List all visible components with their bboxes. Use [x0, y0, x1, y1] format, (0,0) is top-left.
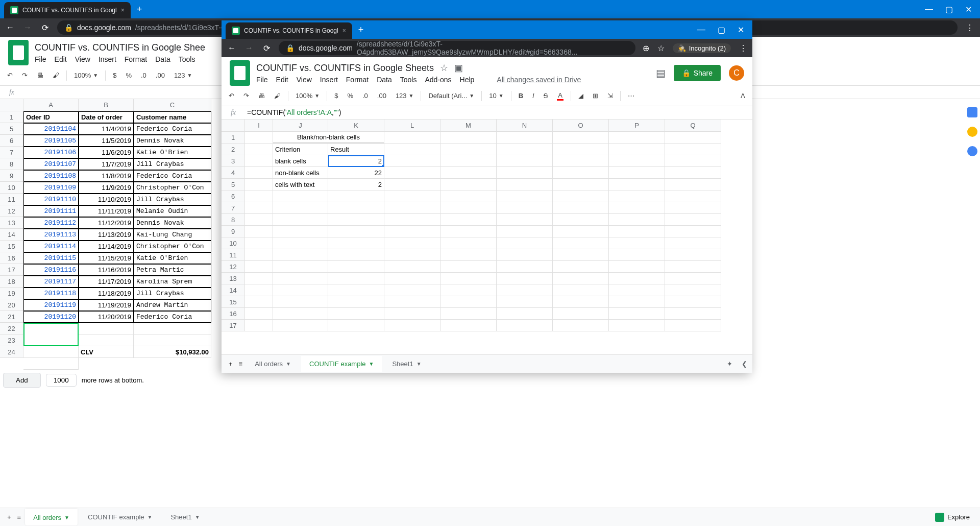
cell[interactable] — [273, 214, 328, 226]
cell[interactable] — [328, 190, 384, 202]
bold-icon[interactable]: B — [517, 90, 525, 102]
more-formats[interactable]: 123 ▼ — [394, 90, 416, 102]
reload-icon[interactable]: ⟳ — [40, 23, 50, 33]
dec-decrease-icon[interactable]: .0 — [139, 69, 149, 81]
cell[interactable] — [553, 167, 609, 179]
cell[interactable] — [665, 296, 721, 308]
back-icon[interactable]: ← — [5, 23, 15, 32]
row-header[interactable]: 11 — [222, 249, 245, 261]
cell[interactable] — [384, 155, 440, 167]
cell[interactable]: $10,932.00 — [134, 346, 211, 358]
font-size-select[interactable]: 10 ▼ — [487, 90, 505, 102]
cell[interactable] — [553, 284, 609, 296]
col-header[interactable]: B — [79, 99, 134, 111]
cell[interactable] — [440, 214, 497, 226]
row-header[interactable]: 1 — [222, 132, 245, 144]
row-header[interactable]: 24 — [0, 346, 23, 358]
cell[interactable] — [497, 320, 553, 331]
cell[interactable] — [134, 323, 211, 334]
cell[interactable]: CLV — [79, 346, 134, 358]
cell[interactable] — [497, 190, 553, 202]
strike-icon[interactable]: S — [542, 90, 550, 102]
paint-format-icon[interactable]: 🖌 — [51, 69, 61, 81]
cell[interactable]: 20191109 — [23, 182, 79, 194]
cell[interactable] — [245, 320, 273, 331]
new-tab-button[interactable]: + — [352, 25, 370, 35]
cell[interactable] — [665, 132, 721, 144]
cell[interactable] — [23, 346, 79, 358]
cell[interactable]: 20191110 — [23, 194, 79, 205]
col-header[interactable]: L — [384, 119, 440, 132]
select-all-corner[interactable] — [0, 99, 23, 111]
cell[interactable] — [497, 226, 553, 237]
col-header[interactable]: O — [553, 119, 609, 132]
cell[interactable]: Result — [328, 144, 384, 155]
row-header[interactable]: 20 — [0, 299, 23, 311]
cell[interactable]: 20191119 — [23, 299, 79, 311]
cell[interactable] — [665, 237, 721, 249]
cell[interactable] — [609, 167, 665, 179]
cell[interactable] — [665, 249, 721, 261]
menu-format[interactable]: Format — [125, 55, 147, 63]
col-header[interactable]: J — [273, 119, 328, 132]
cell[interactable]: Jill Craybas — [134, 288, 211, 299]
zoom-select[interactable]: 100% ▼ — [72, 69, 100, 81]
cell[interactable] — [665, 261, 721, 273]
cell[interactable] — [440, 261, 497, 273]
expand-panel-icon[interactable]: ❮ — [742, 360, 747, 368]
cell[interactable] — [328, 296, 384, 308]
cell[interactable] — [384, 144, 440, 155]
cell[interactable] — [665, 167, 721, 179]
percent-icon[interactable]: % — [345, 90, 355, 102]
cell[interactable]: Katie O'Brien — [134, 252, 211, 264]
font-select[interactable]: Default (Ari... ▼ — [426, 90, 476, 102]
menu-view[interactable]: View — [75, 55, 90, 63]
cell[interactable] — [245, 296, 273, 308]
doc-title[interactable]: COUNTIF vs. COUNTIFS in Google Sheets — [256, 63, 434, 74]
cell[interactable] — [440, 273, 497, 284]
cell[interactable] — [440, 320, 497, 331]
cell[interactable] — [497, 214, 553, 226]
cell[interactable] — [553, 202, 609, 214]
row-header[interactable]: 5 — [222, 179, 245, 190]
cell[interactable] — [384, 132, 440, 144]
cell[interactable]: Christopher O'Con — [134, 241, 211, 252]
cell[interactable] — [497, 284, 553, 296]
cell[interactable] — [245, 226, 273, 237]
menu-tools[interactable]: Tools — [400, 76, 417, 84]
cell[interactable]: Dennis Novak — [134, 217, 211, 229]
cell[interactable]: Criterion — [273, 144, 328, 155]
text-color-icon[interactable]: A — [555, 89, 566, 103]
cell[interactable]: blank cells — [273, 155, 328, 167]
cell[interactable]: 11/14/2019 — [79, 241, 134, 252]
cell[interactable] — [553, 273, 609, 284]
row-header[interactable]: 12 — [0, 205, 23, 217]
cell[interactable] — [553, 308, 609, 320]
row-header[interactable]: 14 — [0, 229, 23, 241]
comments-icon[interactable]: ▤ — [656, 67, 666, 79]
cell[interactable] — [440, 144, 497, 155]
paint-format-icon[interactable]: 🖌 — [272, 90, 283, 102]
header-cell[interactable]: Customer name — [134, 111, 211, 123]
cell[interactable]: Katie O'Brien — [134, 147, 211, 158]
cell[interactable] — [609, 273, 665, 284]
row-header[interactable]: 13 — [0, 217, 23, 229]
row-header[interactable]: 23 — [0, 334, 23, 346]
cell[interactable]: 11/9/2019 — [79, 182, 134, 194]
cell[interactable] — [665, 308, 721, 320]
cell[interactable] — [273, 320, 328, 331]
row-header[interactable]: 12 — [222, 261, 245, 273]
cell[interactable]: Christopher O'Con — [134, 182, 211, 194]
cell[interactable]: 20191118 — [23, 288, 79, 299]
cell[interactable]: non-blank cells — [273, 167, 328, 179]
zoom-select[interactable]: 100% ▼ — [293, 90, 322, 102]
cell[interactable]: 11/11/2019 — [79, 205, 134, 217]
incognito-badge[interactable]: 🕵 Incognito (2) — [673, 43, 731, 53]
menu-insert[interactable]: Insert — [99, 55, 116, 63]
row-header[interactable]: 7 — [222, 202, 245, 214]
cell[interactable] — [609, 132, 665, 144]
cell[interactable]: Blank/non-blank cells — [273, 132, 384, 144]
cell[interactable]: Federico Coria — [134, 311, 211, 323]
cell[interactable] — [609, 308, 665, 320]
cell[interactable] — [384, 273, 440, 284]
